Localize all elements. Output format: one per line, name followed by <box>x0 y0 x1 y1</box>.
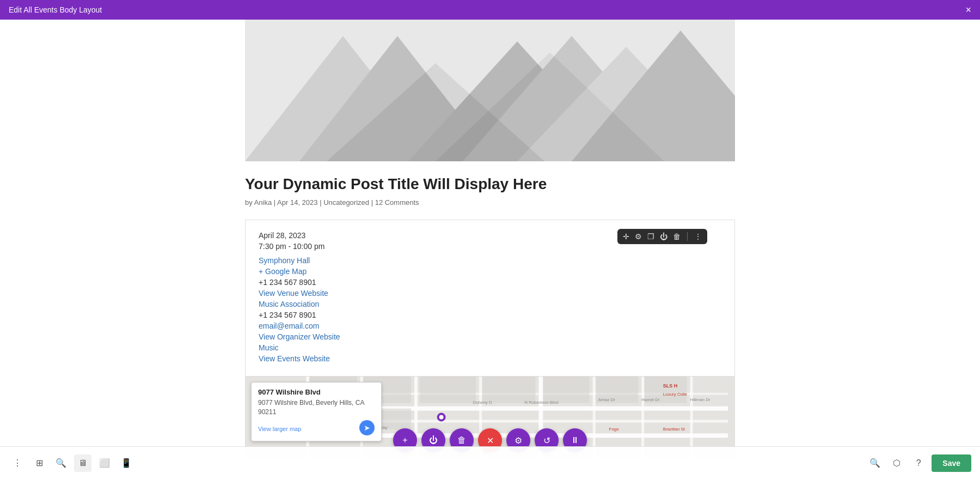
svg-text:Arnaz Dr: Arnaz Dr <box>598 397 616 402</box>
organizer-phone: +1 234 567 8901 <box>259 311 477 319</box>
toolbar-trash-icon[interactable]: 🗑 <box>673 232 681 241</box>
save-button[interactable]: Save <box>932 454 971 472</box>
meta-comments: 12 Comments <box>375 198 419 207</box>
svg-text:Hamel Dr: Hamel Dr <box>641 397 660 402</box>
post-title: Your Dynamic Post Title Will Display Her… <box>245 174 735 194</box>
svg-rect-26 <box>420 377 476 403</box>
svg-rect-28 <box>543 377 589 403</box>
bottom-action-bar: ⋮ ⊞ 🔍 🖥 ⬜ 📱 🔍 ⬡ ? Save <box>0 446 980 479</box>
event-card: ✛ ⚙ ❐ ⏻ 🗑 ⋮ April 28, 2023 7:30 pm - 10:… <box>245 220 735 458</box>
svg-text:Brazilian St: Brazilian St <box>663 427 685 432</box>
organizer-name-link[interactable]: Music Association <box>259 300 477 308</box>
category-link[interactable]: Music <box>259 343 477 352</box>
meta-date: Apr 14, 2023 <box>277 198 317 207</box>
svg-text:Luxury Colle: Luxury Colle <box>663 392 688 397</box>
toolbar-power-icon[interactable]: ⏻ <box>660 232 667 241</box>
bottom-layers-button[interactable]: ⬡ <box>888 454 905 472</box>
bottom-right-tools: 🔍 ⬡ ? Save <box>866 454 971 472</box>
map-popup: 9077 Wilshire Blvd 9077 Wilshire Blvd, B… <box>251 382 382 441</box>
view-venue-website-link[interactable]: View Venue Website <box>259 289 477 298</box>
google-map-link[interactable]: + Google Map <box>259 267 477 276</box>
venue-phone: +1 234 567 8901 <box>259 278 477 287</box>
meta-sep2: | <box>320 198 321 207</box>
directions-icon[interactable]: ➤ <box>359 420 375 435</box>
bottom-desktop-button[interactable]: 🖥 <box>74 454 91 472</box>
bottom-mobile-button[interactable]: 📱 <box>118 454 135 472</box>
map-popup-title: 9077 Wilshire Blvd <box>258 388 375 396</box>
event-toolbar: ✛ ⚙ ❐ ⏻ 🗑 ⋮ <box>617 229 707 244</box>
bottom-tablet-button[interactable]: ⬜ <box>96 454 113 472</box>
bottom-search-button[interactable]: 🔍 <box>52 454 70 472</box>
bottom-help-button[interactable]: ? <box>910 454 927 472</box>
post-meta: by Anika | Apr 14, 2023 | Uncategorized … <box>245 198 735 207</box>
event-info: April 28, 2023 7:30 pm - 10:00 pm Sympho… <box>246 220 490 376</box>
meta-category[interactable]: Uncategorized <box>323 198 369 207</box>
map-popup-address: 9077 Wilshire Blvd, Beverly Hills, CA 90… <box>258 398 375 417</box>
bottom-search-right-button[interactable]: 🔍 <box>866 454 884 472</box>
title-bar: Edit All Events Body Layout × <box>0 0 980 20</box>
toolbar-copy-icon[interactable]: ❐ <box>647 232 654 241</box>
main-canvas: Your Dynamic Post Title Will Display Her… <box>0 20 980 479</box>
close-button[interactable]: × <box>965 5 971 15</box>
toolbar-dots-icon[interactable]: ⋮ <box>694 232 702 241</box>
svg-text:N Robertson Blvd: N Robertson Blvd <box>524 400 558 405</box>
meta-sep1: | <box>274 198 275 207</box>
toolbar-move-icon[interactable]: ✛ <box>623 232 629 241</box>
hero-image <box>245 20 735 161</box>
svg-text:SLS H: SLS H <box>663 383 677 389</box>
meta-by: by <box>245 198 253 207</box>
bottom-left-tools: ⋮ ⊞ 🔍 🖥 ⬜ 📱 <box>9 454 135 472</box>
svg-text:Doheny D: Doheny D <box>473 400 492 405</box>
meta-author[interactable]: Anika <box>254 198 272 207</box>
title-bar-text: Edit All Events Body Layout <box>9 5 102 14</box>
bottom-grid-button[interactable]: ⊞ <box>30 454 48 472</box>
event-date: April 28, 2023 <box>259 231 477 240</box>
organizer-email-link[interactable]: email@email.com <box>259 322 477 330</box>
content-wrapper: Your Dynamic Post Title Will Display Her… <box>245 20 735 479</box>
meta-sep3: | <box>371 198 373 207</box>
view-larger-link[interactable]: View larger map <box>258 426 301 432</box>
svg-point-32 <box>439 415 444 420</box>
map-container: Doheny D N Robertson Blvd Clifton Way Ar… <box>246 376 734 458</box>
svg-text:Fogo: Fogo <box>609 427 620 432</box>
event-time: 7:30 pm - 10:00 pm <box>259 242 477 251</box>
map-popup-row: View larger map ➤ <box>258 420 375 435</box>
bottom-dots-button[interactable]: ⋮ <box>9 454 26 472</box>
toolbar-separator <box>687 232 688 241</box>
view-organizer-website-link[interactable]: View Organizer Website <box>259 332 477 341</box>
svg-text:Hillman Dr: Hillman Dr <box>690 397 710 402</box>
venue-name-link[interactable]: Symphony Hall <box>259 256 477 265</box>
view-events-website-link[interactable]: View Events Website <box>259 354 477 363</box>
svg-rect-27 <box>482 377 535 403</box>
toolbar-gear-icon[interactable]: ⚙ <box>635 232 642 241</box>
